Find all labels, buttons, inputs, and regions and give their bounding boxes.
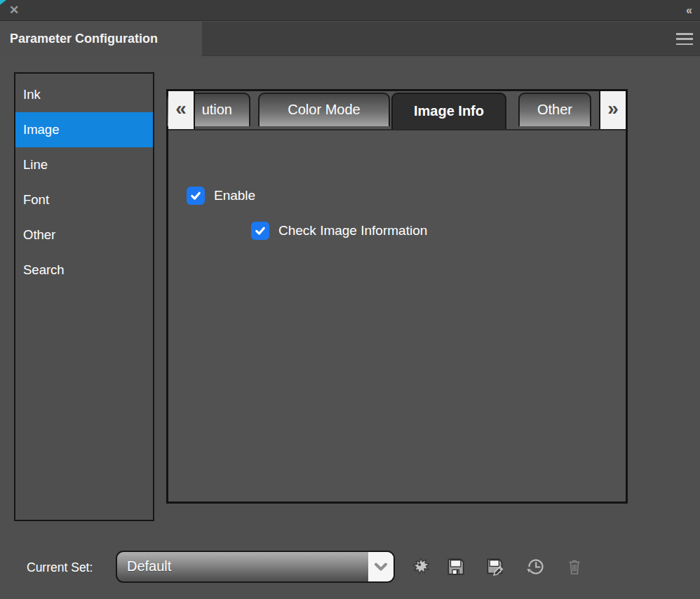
restore-set-button[interactable] bbox=[525, 555, 547, 579]
sidebar-item-other[interactable]: Other bbox=[15, 217, 153, 253]
current-set-label: Current Set: bbox=[27, 558, 93, 577]
settings-panel: ution Color Mode Image Info Other « » En… bbox=[166, 89, 628, 504]
delete-set-button bbox=[565, 555, 584, 579]
enable-row: Enable bbox=[187, 187, 255, 205]
save-as-icon bbox=[485, 556, 506, 577]
save-set-as-button[interactable] bbox=[484, 555, 506, 579]
sidebar-item-font[interactable]: Font bbox=[15, 182, 153, 217]
new-set-button[interactable] bbox=[410, 555, 432, 579]
titlebar: ✕ « bbox=[0, 0, 700, 21]
history-icon bbox=[526, 557, 546, 577]
tab-image-info[interactable]: Image Info bbox=[391, 93, 506, 129]
tab-color-mode[interactable]: Color Mode bbox=[258, 93, 390, 126]
sidebar-item-line[interactable]: Line bbox=[15, 147, 153, 182]
current-set-dropdown[interactable]: Default bbox=[116, 551, 395, 583]
panel-collapse-icon[interactable]: « bbox=[686, 1, 692, 20]
panel-menu-icon[interactable] bbox=[676, 33, 693, 45]
current-set-value: Default bbox=[117, 552, 393, 581]
check-image-information-row: Check Image Information bbox=[251, 222, 427, 240]
save-icon bbox=[445, 556, 466, 577]
panel-header-spacer bbox=[202, 22, 700, 56]
tab-strip: ution Color Mode Image Info Other « » bbox=[168, 91, 626, 130]
chevron-down-icon bbox=[374, 563, 388, 572]
tab-scroll-right-icon[interactable]: » bbox=[599, 91, 626, 129]
category-list: Ink Image Line Font Other Search bbox=[14, 72, 154, 521]
sidebar-item-search[interactable]: Search bbox=[15, 253, 153, 288]
checkmark-icon bbox=[189, 189, 202, 202]
dropdown-cap[interactable] bbox=[368, 552, 393, 581]
check-image-information-checkbox[interactable] bbox=[251, 222, 269, 240]
save-set-button[interactable] bbox=[445, 555, 467, 579]
sidebar-item-image[interactable]: Image bbox=[15, 112, 153, 147]
enable-checkbox[interactable] bbox=[187, 187, 205, 205]
enable-label: Enable bbox=[214, 188, 255, 203]
sidebar-item-ink[interactable]: Ink bbox=[15, 77, 153, 112]
close-icon[interactable]: ✕ bbox=[6, 2, 22, 19]
check-image-information-label: Check Image Information bbox=[278, 223, 427, 238]
new-set-icon bbox=[410, 556, 431, 577]
checkmark-icon bbox=[254, 224, 267, 237]
tab-scroll-left-icon[interactable]: « bbox=[168, 91, 195, 129]
panel-header: Parameter Configuration bbox=[0, 22, 700, 56]
trash-icon bbox=[566, 558, 583, 576]
panel-title-tab[interactable]: Parameter Configuration bbox=[0, 22, 202, 56]
tab-other[interactable]: Other bbox=[518, 93, 591, 126]
